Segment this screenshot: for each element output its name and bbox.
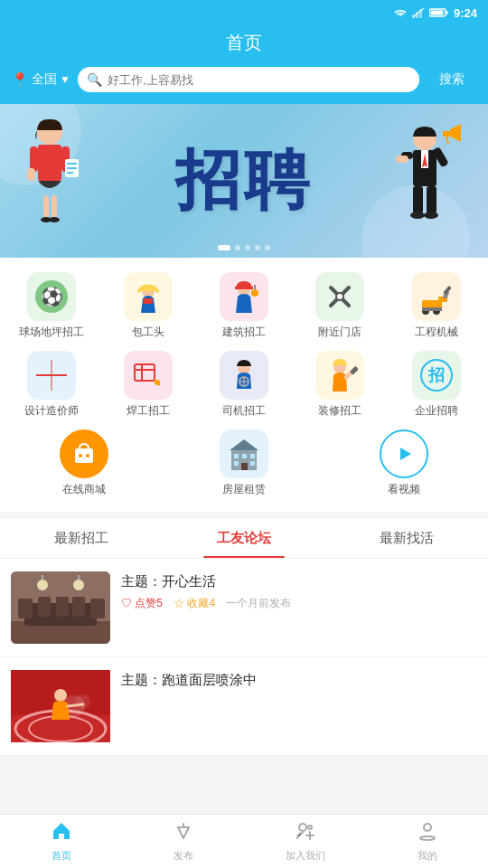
grass-icon: ⚽	[27, 272, 76, 321]
svg-rect-14	[27, 168, 35, 181]
category-worker[interactable]: 包工头	[105, 272, 192, 340]
search-magnifier-icon: 🔍	[87, 72, 102, 87]
svg-rect-53	[135, 364, 155, 381]
category-weld[interactable]: 焊工招工	[105, 351, 192, 419]
video-icon	[380, 429, 428, 478]
machine-label: 工程机械	[415, 325, 458, 340]
svg-rect-36	[235, 287, 253, 289]
category-house[interactable]: 房屋租赁	[201, 429, 287, 497]
post-item-1[interactable]: 主题：开心生活 ♡ 点赞5 ☆ 收藏4 一个月前发布	[0, 559, 488, 657]
svg-line-101	[183, 827, 189, 838]
wifi-icon	[393, 7, 408, 18]
category-section: ⚽ 球场地坪招工 包工头	[0, 258, 488, 512]
house-icon	[220, 429, 268, 478]
post-item-2[interactable]: 主题：跑道面层喷涂中	[0, 657, 488, 756]
post-meta-1: ♡ 点赞5 ☆ 收藏4 一个月前发布	[121, 596, 477, 611]
location-label: 全国	[32, 71, 57, 88]
category-design[interactable]: 设计造价师	[8, 351, 95, 419]
category-decor[interactable]: 装修招工	[296, 351, 383, 419]
mine-icon	[417, 820, 438, 847]
publish-icon	[173, 820, 194, 847]
svg-point-109	[424, 824, 431, 831]
banner-dots	[218, 245, 270, 250]
banner-figure-right	[389, 122, 461, 245]
svg-point-68	[79, 454, 82, 458]
weld-icon	[124, 351, 173, 400]
svg-rect-76	[250, 454, 255, 458]
category-shop[interactable]: 在线商城	[41, 429, 127, 497]
category-company[interactable]: 招 企业招聘	[393, 351, 480, 419]
time-display: 9:24	[454, 6, 477, 20]
nav-home[interactable]: 首页	[0, 815, 122, 868]
svg-point-41	[336, 293, 343, 300]
svg-rect-13	[30, 146, 38, 172]
tools-icon	[315, 272, 364, 321]
category-row-1: ⚽ 球场地坪招工 包工头	[0, 267, 488, 345]
svg-text:招: 招	[427, 366, 445, 384]
tab-forum[interactable]: 工友论坛	[163, 519, 325, 558]
svg-rect-17	[67, 163, 77, 165]
video-label: 看视频	[388, 482, 420, 497]
dropdown-icon: ▼	[60, 73, 70, 86]
location-selector[interactable]: 📍 全国 ▼	[11, 71, 70, 89]
svg-marker-73	[230, 439, 258, 450]
company-icon: 招	[412, 351, 461, 400]
bottom-spacer	[0, 756, 488, 817]
svg-rect-85	[38, 597, 51, 617]
svg-point-105	[299, 824, 306, 831]
tab-job[interactable]: 最新找活	[325, 519, 488, 558]
mine-nav-label: 我的	[418, 849, 437, 863]
search-button[interactable]: 搜索	[427, 66, 477, 93]
svg-rect-19	[67, 172, 73, 174]
decor-icon	[315, 351, 364, 400]
category-video[interactable]: 看视频	[361, 429, 447, 497]
svg-rect-28	[396, 156, 408, 163]
worker-label: 包工头	[132, 325, 164, 340]
page-title: 首页	[0, 31, 488, 55]
driver-icon	[220, 351, 268, 400]
nav-mine[interactable]: 我的	[366, 815, 488, 868]
svg-rect-110	[420, 836, 435, 840]
shop-icon	[60, 429, 108, 478]
svg-rect-86	[56, 597, 69, 617]
category-tools[interactable]: 附近门店	[296, 272, 383, 340]
search-bar: 📍 全国 ▼ 🔍 搜索	[0, 66, 488, 104]
svg-rect-67	[75, 448, 93, 463]
post-title-2: 主题：跑道面层喷涂中	[121, 670, 477, 689]
nav-join[interactable]: 加入我们	[244, 815, 366, 868]
category-machine[interactable]: 工程机械	[393, 272, 480, 340]
collect-label: 收藏	[187, 597, 209, 609]
svg-rect-24	[427, 186, 436, 213]
post-like-1[interactable]: ♡ 点赞5	[121, 596, 163, 611]
nav-publish[interactable]: 发布	[122, 815, 244, 868]
svg-point-99	[54, 689, 67, 702]
post-collect-1[interactable]: ☆ 收藏4	[174, 596, 215, 611]
category-grass[interactable]: ⚽ 球场地坪招工	[8, 272, 95, 340]
category-row-3: 在线商城 房屋租赁	[0, 424, 488, 503]
tabs-section: 最新招工 工友论坛 最新找活	[0, 519, 488, 559]
category-driver[interactable]: 司机招工	[201, 351, 287, 419]
tools-label: 附近门店	[318, 325, 361, 340]
publish-nav-label: 发布	[174, 849, 193, 863]
svg-rect-84	[18, 599, 33, 618]
home-icon	[51, 820, 72, 847]
join-icon	[295, 820, 316, 847]
svg-rect-75	[242, 454, 247, 458]
svg-point-69	[86, 454, 89, 458]
svg-rect-10	[52, 195, 57, 218]
svg-rect-48	[422, 307, 442, 311]
star-icon: ☆	[174, 597, 184, 609]
svg-rect-9	[43, 195, 49, 218]
banner-dot-3	[245, 245, 250, 250]
banner-dot-5	[265, 245, 270, 250]
search-input[interactable]	[108, 73, 410, 87]
svg-rect-87	[72, 597, 85, 617]
category-construct[interactable]: 建筑招工	[201, 272, 287, 340]
banner-dot-4	[255, 245, 260, 250]
status-bar: 9:24	[0, 0, 488, 25]
svg-rect-74	[234, 454, 239, 458]
status-icons: 9:24	[393, 6, 477, 20]
bottom-nav: 首页 发布 加入我们	[0, 814, 488, 868]
tab-recruit[interactable]: 最新招工	[0, 519, 163, 558]
design-label: 设计造价师	[24, 403, 79, 419]
